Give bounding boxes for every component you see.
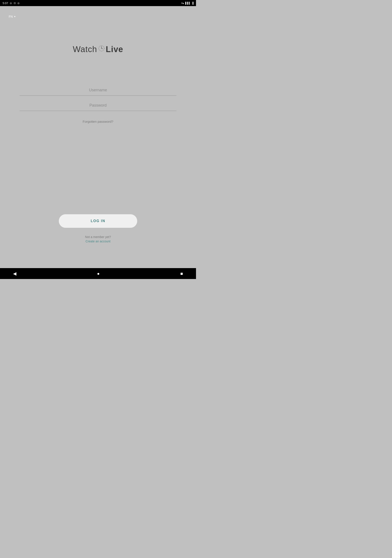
recents-button[interactable]: ■ [180, 271, 183, 276]
nav-bar: ◀ ● ■ [0, 268, 196, 279]
status-bar-right: ▾▴ ▌▌▌ ▐ [181, 2, 193, 5]
notification2-icon: ◎ [17, 2, 20, 5]
logo-live: Live [106, 45, 123, 54]
lock-icon: ⊡ [14, 2, 16, 5]
back-button[interactable]: ◀ [13, 271, 16, 276]
logo: Watch Live [73, 44, 123, 54]
language-label: FN [9, 15, 13, 18]
password-input[interactable] [20, 100, 176, 111]
username-input[interactable] [20, 85, 176, 96]
create-account-link[interactable]: Create an account [85, 240, 111, 243]
battery-icon: ▐ [192, 2, 193, 4]
main-content: FN ▾ Watch Live Forgotten password? LOG … [0, 6, 196, 268]
status-bar-left: 5:07 ◎ ⊡ ◎ [3, 1, 20, 5]
status-bar: 5:07 ◎ ⊡ ◎ ▾▴ ▌▌▌ ▐ [0, 0, 196, 6]
language-selector[interactable]: FN ▾ [9, 15, 16, 18]
svg-line-2 [102, 48, 102, 49]
form-area: Forgotten password? [20, 85, 176, 123]
chevron-down-icon: ▾ [14, 15, 16, 18]
home-button[interactable]: ● [97, 271, 100, 276]
notification-icon: ◎ [10, 2, 12, 5]
logo-area: Watch Live [73, 44, 123, 54]
forgotten-password-link[interactable]: Forgotten password? [83, 120, 113, 123]
login-button[interactable]: LOG IN [59, 214, 137, 228]
wifi-icon: ▾▴ [181, 2, 184, 5]
signal-icon: ▌▌▌ [185, 2, 190, 4]
not-member-text: Not a member yet? [85, 235, 111, 239]
status-time: 5:07 [3, 1, 8, 5]
bottom-links: Not a member yet? Create an account [85, 235, 111, 243]
clock-icon [98, 44, 105, 54]
logo-watch: Watch [73, 45, 97, 54]
